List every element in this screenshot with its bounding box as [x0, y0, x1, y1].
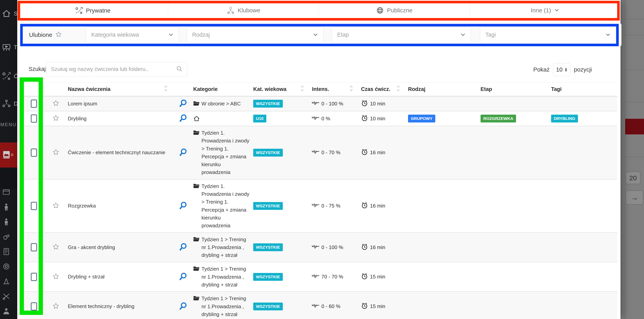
player-icon[interactable] — [2, 218, 11, 226]
row-favorite-star-icon[interactable] — [52, 272, 60, 281]
cone-icon[interactable] — [2, 277, 11, 286]
notes-icon[interactable] — [2, 247, 11, 256]
ball-icon[interactable] — [2, 262, 11, 271]
row-checkbox[interactable] — [31, 114, 37, 123]
preview-zoom-icon[interactable] — [179, 148, 187, 157]
player-icon[interactable] — [2, 202, 11, 212]
filter-select-rodzaj[interactable]: Rodzaj — [187, 26, 324, 43]
tab-publiczne[interactable]: Publiczne — [319, 2, 470, 18]
sidebar-item-label: T — [14, 44, 17, 50]
column-header-nazwa-ćwiczenia[interactable]: Nazwa ćwiczenia — [67, 82, 174, 96]
filter-placeholder: Etap — [337, 32, 349, 38]
home-icon — [2, 9, 11, 18]
sidebar-section-divider — [0, 168, 17, 189]
filter-select-tagi[interactable]: Tagi — [480, 26, 616, 43]
row-favorite-star-icon[interactable] — [52, 243, 60, 252]
column-header-intens-[interactable]: Intens. — [311, 82, 360, 96]
column-header-czas-ćwicz-[interactable]: Czas ćwicz. — [360, 82, 407, 96]
folder-icon — [193, 236, 200, 242]
row-favorite-star-icon[interactable] — [52, 302, 60, 311]
age-category-badge: WSZYSTKIE — [253, 149, 283, 156]
sort-icon[interactable] — [300, 85, 304, 93]
duration-value: 16 min — [370, 203, 385, 209]
row-checkbox[interactable] — [31, 100, 37, 108]
column-header-label: Etap — [480, 86, 492, 92]
row-checkbox[interactable] — [31, 202, 37, 210]
sidebar-item[interactable]: D — [0, 93, 17, 114]
background-next-arrow-button[interactable]: → — [626, 190, 643, 204]
preview-zoom-icon[interactable] — [179, 99, 187, 108]
intensity-value: 70 - 70 % — [322, 274, 343, 280]
preview-zoom-icon[interactable] — [179, 202, 187, 210]
background-page-button[interactable]: 20 — [626, 172, 640, 184]
column-header-label: Rodzaj — [408, 86, 426, 92]
row-checkbox[interactable] — [31, 148, 37, 157]
filter-placeholder: Rodzaj — [192, 32, 210, 38]
row-favorite-star-icon[interactable] — [52, 99, 60, 108]
preview-zoom-icon[interactable] — [179, 272, 187, 282]
exercise-name: Ćwiczenie - element technicznyt nauczani… — [68, 150, 165, 156]
row-favorite-star-icon[interactable] — [52, 202, 60, 210]
scissors-icon[interactable] — [2, 292, 11, 301]
pagesize-select[interactable]: 10 ▲▼ — [553, 63, 570, 76]
whistle-icon[interactable] — [2, 232, 11, 242]
column-header-kat-wiekowa[interactable]: Kat. wiekowa — [252, 82, 311, 96]
filter-select-etap[interactable]: Etap — [332, 26, 471, 43]
clock-icon — [361, 243, 368, 252]
search-input[interactable]: Szukaj wg nazwy ćwiczenia lub folderu.. — [46, 62, 187, 76]
search-placeholder: Szukaj wg nazwy ćwiczenia lub folderu.. — [51, 66, 148, 72]
sidebar-item[interactable]: S — [0, 3, 17, 24]
folder-icon — [193, 183, 200, 189]
visibility-tab-bar: PrywatneKlubowePubliczneInne (1) — [17, 2, 620, 18]
sort-icon[interactable] — [349, 85, 353, 93]
table-header-row: Nazwa ćwiczeniaKategorieKat. wiekowaInte… — [23, 82, 617, 96]
filter-placeholder: Kategoria wiekowa — [91, 32, 139, 38]
sidebar-item-label: D — [11, 153, 13, 157]
table-row: Ćwiczenie - element technicznyt nauczani… — [23, 126, 617, 180]
favorites-filter[interactable]: Ulubione — [29, 31, 62, 39]
preview-zoom-icon[interactable] — [179, 302, 187, 311]
exercise-name: Drybling — [68, 116, 86, 122]
background-divider — [625, 102, 644, 102]
tab-label: Publiczne — [387, 7, 412, 14]
sort-icon[interactable] — [396, 85, 400, 93]
duration-value: 10 min — [370, 116, 385, 122]
tab-inne-1-[interactable]: Inne (1) — [470, 2, 620, 18]
row-favorite-star-icon[interactable] — [52, 114, 60, 123]
profile-icon[interactable] — [2, 307, 11, 316]
clock-icon — [361, 272, 368, 281]
preview-zoom-icon[interactable] — [179, 243, 187, 252]
duration-value: 15 min — [370, 303, 385, 310]
tab-label: Inne (1) — [531, 7, 551, 14]
background-panel-edge — [625, 0, 625, 319]
card-icon[interactable] — [2, 188, 11, 197]
globe-icon — [376, 6, 384, 14]
row-checkbox[interactable] — [31, 273, 37, 281]
row-favorite-star-icon[interactable] — [52, 148, 60, 157]
tab-prywatne[interactable]: Prywatne — [18, 2, 168, 18]
tab-label: Klubowe — [238, 7, 260, 14]
favorites-star-icon[interactable] — [55, 31, 62, 39]
sidebar-item[interactable]: Ć — [0, 66, 17, 87]
column-header-tagi: Tagi — [550, 82, 616, 96]
sidebar-item-active[interactable]: D — [0, 142, 17, 168]
clock-icon — [361, 100, 368, 108]
book-icon — [2, 150, 11, 160]
folder-icon — [193, 266, 200, 272]
filter-select-kategoria-wiekowa[interactable]: Kategoria wiekowa — [86, 26, 179, 43]
table-row: Drybling + strzałTydzien 1 > Trening nr … — [23, 262, 617, 292]
intensity-icon — [312, 149, 320, 156]
sort-icon[interactable] — [164, 85, 168, 93]
sidebar-item[interactable]: T — [0, 36, 17, 58]
column-header-kategorie: Kategorie — [192, 82, 252, 96]
row-checkbox[interactable] — [31, 243, 37, 252]
column-header-label: Tagi — [551, 86, 562, 92]
row-checkbox[interactable] — [31, 302, 37, 310]
intensity-value: 0 - 75 % — [322, 203, 340, 209]
category-path: Tydzien 1 > Trening nr 1.Prowadzenia , d… — [202, 236, 251, 259]
preview-zoom-icon[interactable] — [179, 114, 187, 123]
tab-klubowe[interactable]: Klubowe — [168, 2, 319, 18]
clock-icon — [361, 148, 368, 157]
intensity-icon — [312, 303, 320, 310]
folder-icon — [193, 295, 200, 302]
